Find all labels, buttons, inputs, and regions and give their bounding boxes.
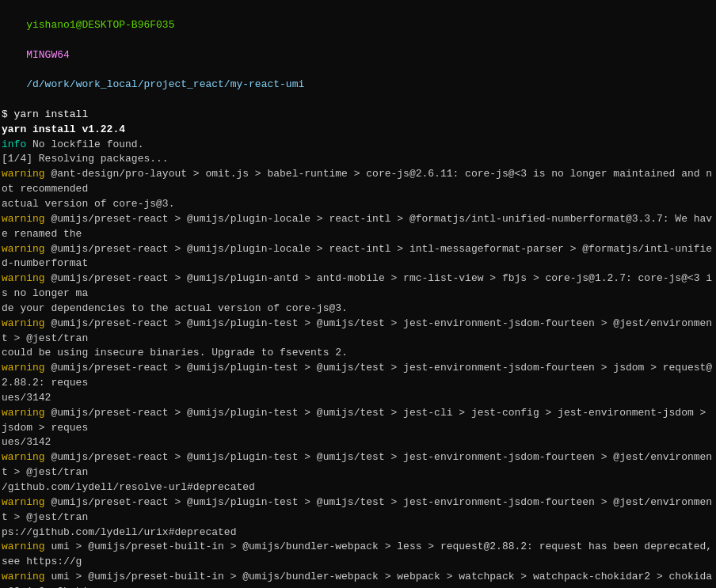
prompt-user-1: yishano1@DESKTOP-B96F035 (26, 19, 174, 31)
terminal-window: yishano1@DESKTOP-B96F035 MINGW64 /d/work… (0, 0, 716, 588)
warning-line-5: warning @umijs/preset-react > @umijs/plu… (0, 317, 716, 347)
prompt-line-1: yishano1@DESKTOP-B96F035 MINGW64 /d/work… (0, 3, 716, 108)
prompt-path-1: /d/work/work_local/project_react/my-reac… (26, 78, 304, 90)
warning-line-8b: /github.com/lydell/resolve-url#deprecate… (0, 480, 716, 495)
warning-line-3: warning @umijs/preset-react > @umijs/plu… (0, 242, 716, 272)
warning-line-5b: could be using insecure binaries. Upgrad… (0, 346, 716, 361)
warning-line-7b: ues/3142 (0, 435, 716, 450)
info-no-lockfile: info No lockfile found. (0, 138, 716, 153)
yarn-version: yarn install v1.22.4 (0, 123, 716, 138)
warning-line-2: warning @umijs/preset-react > @umijs/plu… (0, 212, 716, 242)
warning-line-1: warning @ant-design/pro-layout > omit.js… (0, 167, 716, 197)
warning-line-6: warning @umijs/preset-react > @umijs/plu… (0, 361, 716, 391)
warning-line-9b: ps://github.com/lydell/urix#deprecated (0, 525, 716, 541)
warning-line-4: warning @umijs/preset-react > @umijs/plu… (0, 271, 716, 302)
warning-line-11: warning umi > @umijs/preset-built-in > @… (0, 570, 716, 588)
step-1-4: [1/4] Resolving packages... (0, 152, 716, 167)
warning-line-4b: de your dependencies to the actual versi… (0, 302, 716, 317)
warning-line-7: warning @umijs/preset-react > @umijs/plu… (0, 406, 716, 436)
warning-line-9: warning @umijs/preset-react > @umijs/plu… (0, 495, 716, 525)
warning-line-10: warning umi > @umijs/preset-built-in > @… (0, 540, 716, 570)
prompt-mingw-1: MINGW64 (26, 49, 70, 61)
cmd-line-install: $ yarn install (0, 108, 716, 123)
warning-line-6b: ues/3142 (0, 391, 716, 406)
warning-line-8: warning @umijs/preset-react > @umijs/plu… (0, 450, 716, 480)
warning-line-1b: actual version of core-js@3. (0, 197, 716, 212)
